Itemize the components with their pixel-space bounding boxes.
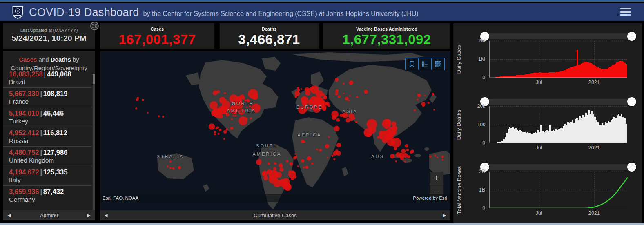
x-axis-ticks: Jul2021 (489, 145, 627, 152)
page-subtitle: by the Center for Systems Science and En… (143, 10, 419, 18)
y-axis-label: Daily Deaths (456, 106, 462, 143)
y-axis-ticks: 2B1B0 (470, 172, 488, 208)
x-axis-ticks: Jul2021 (489, 210, 627, 217)
heading-cases-word: Cases (19, 56, 37, 63)
vaccine-label: Vaccine Doses Administered (323, 27, 450, 31)
line-layer (490, 172, 628, 208)
time-slider-track[interactable] (485, 33, 632, 39)
country-list-panel: Cases and Deaths by Country/Region/Sover… (3, 51, 95, 210)
legend-list-icon[interactable] (418, 58, 432, 70)
heading-by-word: by (71, 56, 79, 63)
covid-dashboard: COVID-19 Dashboard by the Center for Sys… (0, 0, 644, 225)
carousel-right-icon[interactable]: ▶ (439, 210, 450, 220)
country-rows: 16,083,258|449,068Brazil5,667,330|108,81… (3, 68, 92, 205)
jhu-shield-logo (12, 6, 23, 19)
list-item[interactable]: 16,083,258|449,068Brazil (3, 68, 92, 87)
map-attribution-bar (100, 194, 450, 202)
vaccine-value: 1,677,331,092 (323, 32, 450, 47)
list-item[interactable]: 5,194,010|46,446Turkey (3, 107, 92, 127)
y-axis-label: Daily Cases (456, 41, 462, 78)
cases-counter-panel: Cases 167,001,377 (100, 23, 214, 49)
last-updated-panel: Last Updated at (M/D/YYYY) 5/24/2021, 10… (3, 23, 95, 49)
top-accent-strip (0, 0, 644, 2)
continent-label: AFRICA (298, 132, 321, 137)
last-updated-label: Last Updated at (M/D/YYYY) (3, 28, 95, 33)
hamburger-menu-icon[interactable] (620, 8, 631, 16)
charts-panel: Daily Cases 2M1M0 Jul2021 Daily Deaths 2… (453, 23, 642, 223)
header-bar: COVID-19 Dashboard by the Center for Sys… (0, 3, 644, 21)
continent-label: EUROPE (296, 105, 323, 109)
cases-value: 167,001,377 (100, 32, 214, 47)
carousel-label: Cumulative Cases (254, 212, 297, 218)
heading-and-word: and (37, 56, 50, 63)
slider-handle-right-icon[interactable] (627, 97, 636, 106)
daily-deaths-chart: Daily Deaths 20k10k0 Jul2021 (453, 99, 641, 164)
map-carousel-pager: ◀ Cumulative Cases ▶ (100, 210, 450, 220)
daily-cases-chart: Daily Cases 2M1M0 Jul2021 (453, 33, 641, 99)
list-scrollbar[interactable] (93, 74, 95, 210)
list-scrollbar-thumb[interactable] (93, 74, 95, 84)
map-toolbar (406, 58, 445, 70)
list-item[interactable]: 3,659,936|87,432Germany (3, 185, 92, 205)
deaths-value: 3,466,871 (220, 32, 319, 47)
page-title: COVID-19 Dashboard (29, 6, 139, 19)
continent-label: STRALIA (157, 154, 184, 159)
x-axis-ticks: Jul2021 (489, 79, 627, 87)
time-slider-track[interactable] (485, 164, 632, 170)
continent-label: SOUTH (256, 143, 278, 148)
slider-handle-right-icon[interactable] (627, 163, 636, 172)
y-axis-ticks: 20k10k0 (470, 106, 488, 143)
map-canvas[interactable]: NORTHAMERICAEUROPEASIAAFRICASOUTHAMERICA… (100, 51, 450, 210)
bottom-edge-strip (0, 223, 644, 225)
last-updated-value: 5/24/2021, 10:20 PM (3, 34, 95, 43)
list-pager: ◀ Admin0 ▶ (3, 210, 95, 220)
carousel-left-icon[interactable]: ◀ (100, 210, 111, 220)
continent-label: NORTH (232, 101, 254, 106)
zoom-in-button[interactable]: + (430, 172, 443, 185)
y-axis-ticks: 2M1M0 (470, 41, 488, 78)
continent-label: ASIA (342, 109, 357, 114)
total-vaccine-doses-chart: Total Vaccine Doses 2B1B0 Jul2021 (453, 164, 641, 225)
cases-label: Cases (100, 27, 214, 31)
continent-label: AMERICA (227, 108, 256, 113)
list-item[interactable]: 4,480,752|127,986United Kingdom (3, 146, 92, 166)
list-pager-label: Admin0 (40, 212, 58, 218)
pager-left-icon[interactable]: ◀ (3, 210, 15, 220)
deaths-counter-panel: Deaths 3,466,871 (220, 23, 319, 49)
list-item[interactable]: 4,194,672|125,335Italy (3, 166, 92, 185)
slider-handle-right-icon[interactable] (627, 32, 636, 41)
bookmark-icon[interactable] (405, 58, 419, 70)
list-item[interactable]: 5,667,330|108,819France (3, 87, 92, 107)
y-axis-label: Total Vaccine Doses (456, 172, 462, 208)
heading-deaths-word: Deaths (51, 56, 71, 63)
continent-label: AUS (371, 154, 384, 159)
bars-layer (490, 106, 627, 143)
bars-layer (490, 41, 627, 77)
header-titles: COVID-19 Dashboard by the Center for Sys… (29, 6, 419, 19)
continent-label: AMERICA (252, 151, 281, 156)
world-map (100, 51, 450, 210)
expand-icon[interactable] (90, 22, 99, 30)
basemap-grid-icon[interactable] (431, 58, 445, 70)
plot-area (489, 106, 627, 143)
pager-right-icon[interactable]: ▶ (83, 210, 95, 220)
vaccine-counter-panel: Vaccine Doses Administered 1,677,331,092 (323, 23, 450, 49)
powered-by-esri-link[interactable]: Powered by Esri (413, 196, 447, 200)
list-item[interactable]: 4,952,412|116,812Russia (3, 127, 92, 146)
deaths-label: Deaths (220, 27, 319, 31)
plot-area (489, 41, 627, 78)
map-attribution: Esri, FAO, NOAA (103, 196, 138, 200)
time-slider-track[interactable] (485, 99, 632, 105)
plot-area (489, 172, 627, 208)
